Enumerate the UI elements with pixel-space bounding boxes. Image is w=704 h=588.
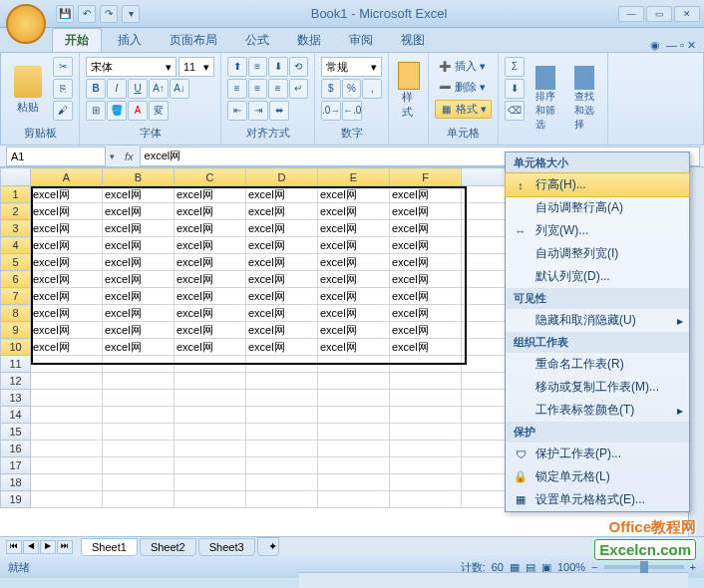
- cell[interactable]: [175, 474, 246, 491]
- cell[interactable]: [318, 491, 390, 508]
- italic-button[interactable]: I: [107, 79, 127, 99]
- cell[interactable]: excel网: [175, 322, 246, 339]
- cell[interactable]: excel网: [103, 203, 175, 220]
- cell[interactable]: [390, 356, 462, 373]
- border-button[interactable]: ⊞: [86, 101, 106, 121]
- cell[interactable]: excel网: [318, 305, 390, 322]
- cell[interactable]: excel网: [175, 339, 246, 356]
- tab-review[interactable]: 审阅: [337, 29, 385, 52]
- cell[interactable]: excel网: [31, 254, 103, 271]
- cell[interactable]: [390, 407, 462, 424]
- shrink-font-button[interactable]: A↓: [170, 79, 189, 99]
- sheet-tab-2[interactable]: Sheet2: [140, 538, 196, 556]
- delete-cells-button[interactable]: ➖删除▾: [435, 79, 492, 96]
- menu-tab-color[interactable]: 工作表标签颜色(T)▸: [506, 399, 689, 422]
- horizontal-scrollbar[interactable]: [299, 572, 688, 588]
- cell[interactable]: excel网: [103, 220, 175, 237]
- align-top-button[interactable]: ⬆: [227, 57, 247, 77]
- cell[interactable]: excel网: [31, 322, 103, 339]
- cell[interactable]: excel网: [175, 203, 246, 220]
- tab-insert[interactable]: 插入: [106, 29, 154, 52]
- cell[interactable]: [246, 474, 318, 491]
- cell[interactable]: [103, 424, 175, 441]
- menu-row-height[interactable]: ↕行高(H)...: [505, 172, 690, 197]
- cell[interactable]: excel网: [175, 254, 246, 271]
- cell[interactable]: [246, 356, 318, 373]
- menu-format-cells[interactable]: ▦设置单元格格式(E)...: [506, 488, 689, 511]
- cell[interactable]: [318, 356, 390, 373]
- cell[interactable]: [103, 407, 175, 424]
- insert-cells-button[interactable]: ➕插入▾: [435, 58, 492, 75]
- cell[interactable]: [390, 373, 462, 390]
- fill-color-button[interactable]: 🪣: [107, 101, 127, 121]
- cell[interactable]: excel网: [390, 305, 462, 322]
- cell[interactable]: excel网: [103, 237, 175, 254]
- cell[interactable]: excel网: [103, 288, 175, 305]
- decrease-indent-button[interactable]: ⇤: [227, 101, 247, 121]
- close-button[interactable]: ✕: [674, 6, 700, 22]
- styles-button[interactable]: 样式: [395, 57, 422, 125]
- grow-font-button[interactable]: A↑: [149, 79, 169, 99]
- cell[interactable]: excel网: [103, 322, 175, 339]
- cell[interactable]: excel网: [31, 203, 103, 220]
- cell[interactable]: [318, 373, 390, 390]
- menu-rename-sheet[interactable]: 重命名工作表(R): [506, 353, 689, 376]
- cell[interactable]: [103, 457, 175, 474]
- cell[interactable]: [318, 390, 390, 407]
- cell[interactable]: [246, 491, 318, 508]
- autosum-button[interactable]: Σ: [505, 57, 525, 77]
- sheet-tab-3[interactable]: Sheet3: [198, 538, 255, 556]
- cell[interactable]: [31, 457, 103, 474]
- find-select-button[interactable]: 查找和选择: [567, 57, 602, 141]
- cell[interactable]: excel网: [390, 288, 462, 305]
- cell[interactable]: excel网: [390, 220, 462, 237]
- number-format-combo[interactable]: 常规▾: [321, 57, 382, 77]
- font-name-combo[interactable]: 宋体▾: [86, 57, 176, 77]
- cell[interactable]: [31, 373, 103, 390]
- cell[interactable]: [390, 491, 462, 508]
- cell[interactable]: excel网: [318, 322, 390, 339]
- cell[interactable]: excel网: [246, 288, 318, 305]
- cell[interactable]: [175, 424, 246, 441]
- cell[interactable]: [103, 356, 175, 373]
- align-center-button[interactable]: ≡: [248, 79, 268, 99]
- tab-home[interactable]: 开始: [52, 28, 102, 52]
- maximize-button[interactable]: ▭: [646, 6, 672, 22]
- cell[interactable]: excel网: [31, 271, 103, 288]
- cell[interactable]: excel网: [318, 186, 390, 203]
- align-right-button[interactable]: ≡: [268, 79, 288, 99]
- cell[interactable]: excel网: [103, 186, 175, 203]
- cell[interactable]: [390, 390, 462, 407]
- cell[interactable]: [103, 474, 175, 491]
- cell[interactable]: [175, 356, 246, 373]
- namebox-dropdown-icon[interactable]: ▾: [110, 151, 115, 161]
- cell[interactable]: excel网: [390, 237, 462, 254]
- cell[interactable]: excel网: [318, 339, 390, 356]
- align-left-button[interactable]: ≡: [227, 79, 247, 99]
- help-icon[interactable]: ◉: [650, 39, 660, 52]
- cell[interactable]: [175, 441, 246, 457]
- tab-page-layout[interactable]: 页面布局: [158, 29, 229, 52]
- tab-data[interactable]: 数据: [285, 29, 333, 52]
- wrap-text-button[interactable]: ↵: [289, 79, 309, 99]
- cell[interactable]: excel网: [390, 186, 462, 203]
- phonetic-button[interactable]: 変: [149, 101, 169, 121]
- cell[interactable]: excel网: [246, 339, 318, 356]
- cell[interactable]: excel网: [175, 220, 246, 237]
- office-button[interactable]: [6, 4, 46, 44]
- cut-icon[interactable]: ✂: [53, 57, 73, 77]
- new-sheet-button[interactable]: ✦: [257, 537, 279, 556]
- redo-icon[interactable]: ↷: [100, 5, 118, 23]
- cell[interactable]: [246, 424, 318, 441]
- sheet-nav-next[interactable]: ▶: [40, 540, 56, 554]
- cell[interactable]: excel网: [390, 203, 462, 220]
- zoom-in-button[interactable]: +: [690, 561, 696, 573]
- cell[interactable]: excel网: [175, 288, 246, 305]
- undo-icon[interactable]: ↶: [78, 5, 96, 23]
- align-bottom-button[interactable]: ⬇: [268, 57, 288, 77]
- cell[interactable]: excel网: [246, 271, 318, 288]
- cell[interactable]: excel网: [246, 254, 318, 271]
- menu-move-copy-sheet[interactable]: 移动或复制工作表(M)...: [506, 376, 689, 399]
- ribbon-minimize-icon[interactable]: — ▫ ✕: [666, 39, 696, 52]
- cell[interactable]: excel网: [318, 220, 390, 237]
